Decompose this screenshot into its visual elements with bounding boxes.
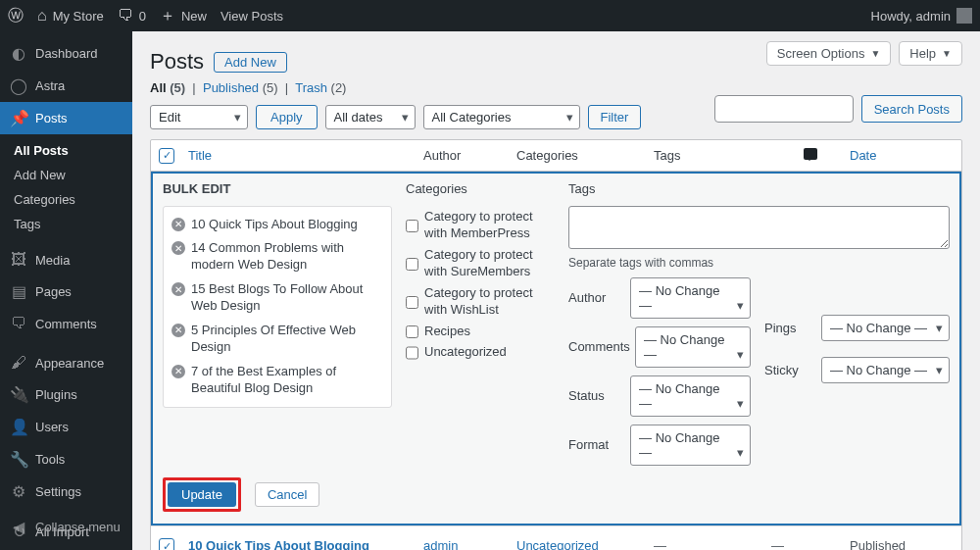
col-author: Author [423,148,516,163]
filter-trash[interactable]: Trash (2) [295,80,346,95]
comments-count: 0 [139,9,146,24]
menu-tools[interactable]: 🔧Tools [0,443,132,475]
bulk-edit-title: BULK EDIT [163,181,392,196]
update-highlight: Update [163,477,241,512]
bulk-post-item: ✕10 Quick Tips About Blogging [168,213,387,237]
menu-astra[interactable]: ◯Astra [0,70,132,102]
sticky-label: Sticky [764,363,813,377]
howdy[interactable]: Howdy, admin [871,8,972,24]
comments-label: Comments [568,339,627,354]
tags-cell: — [654,538,771,551]
author-label: Author [568,290,622,305]
sticky-select[interactable]: — No Change — [821,357,950,383]
bulk-action-select[interactable]: Edit [150,105,248,129]
page-title: Posts [150,49,204,75]
collapse-menu[interactable]: ◀Collapse menu [0,512,132,542]
category-checkbox[interactable] [406,248,418,280]
apply-button[interactable]: Apply [256,105,318,129]
date-filter-select[interactable]: All dates [325,105,416,129]
bulk-edit-panel: BULK EDIT Categories Tags ✕10 Quick Tips… [151,172,961,525]
tags-label: Tags [568,181,950,196]
format-label: Format [568,437,622,452]
menu-settings[interactable]: ⚙Settings [0,475,132,508]
col-title[interactable]: Title [188,148,212,163]
menu-media[interactable]: 🖾Media [0,244,132,275]
main-content: Screen Options▼ Help▼ Posts Add New All … [132,31,980,550]
category-checkbox[interactable] [406,286,418,319]
col-tags: Tags [654,148,771,163]
format-select[interactable]: — No Change — [630,425,751,466]
remove-icon[interactable]: ✕ [172,324,185,337]
wp-logo[interactable]: ⓦ [8,6,24,26]
comment-icon [804,148,817,160]
site-name: My Store [53,9,104,24]
author-link[interactable]: admin [423,538,458,551]
remove-icon[interactable]: ✕ [172,241,185,255]
category-filter-select[interactable]: All Categories [423,105,580,129]
pings-select[interactable]: — No Change — [821,315,950,341]
submenu-add-new[interactable]: Add New [0,163,132,187]
submenu-posts: All Posts Add New Categories Tags [0,134,132,244]
category-checkbox[interactable] [406,210,418,242]
date-cell: Published2023/03/27 at 9:06 am [850,538,954,551]
remove-icon[interactable]: ✕ [172,282,185,296]
bulk-post-item: ✕7 of the Best Examples of Beautiful Blo… [168,360,387,401]
menu-users[interactable]: 👤Users [0,411,132,443]
remove-icon[interactable]: ✕ [172,365,185,378]
menu-appearance[interactable]: 🖌Appearance [0,347,132,378]
filter-button[interactable]: Filter [588,105,642,129]
menu-posts[interactable]: 📌Posts [0,102,132,134]
tags-input[interactable] [568,206,950,249]
filter-all[interactable]: All (5) [150,80,185,95]
menu-plugins[interactable]: 🔌Plugins [0,378,132,411]
filter-published[interactable]: Published (5) [203,80,278,95]
remove-icon[interactable]: ✕ [172,218,185,231]
select-all-checkbox[interactable]: ✓ [159,148,174,164]
screen-options-button[interactable]: Screen Options▼ [766,41,892,66]
col-date[interactable]: Date [850,148,876,163]
comments-bubble[interactable]: 🗨0 [118,7,146,25]
cancel-button[interactable]: Cancel [255,482,319,507]
bulk-post-item: ✕14 Common Problems with modern Web Desi… [168,236,387,277]
row-checkbox[interactable]: ✓ [159,538,174,550]
chevron-down-icon: ▼ [942,48,952,59]
search-posts-button[interactable]: Search Posts [861,95,962,123]
category-checkbox[interactable] [406,325,418,340]
tags-helper: Separate tags with commas [568,256,950,270]
submenu-categories[interactable]: Categories [0,187,132,212]
bulk-post-item: ✕5 Principles Of Effective Web Design [168,319,387,360]
bulk-post-item: ✕15 Best Blogs To Follow About Web Desig… [168,277,387,319]
table-row: ✓ 10 Quick Tips About Blogging admin Unc… [151,525,961,551]
col-comments [771,148,850,163]
update-button[interactable]: Update [168,482,236,507]
menu-comments[interactable]: 🗨Comments [0,308,132,339]
help-button[interactable]: Help▼ [899,41,962,66]
admin-sidebar: ◐Dashboard ◯Astra 📌Posts All Posts Add N… [0,31,132,550]
category-link[interactable]: Uncategorized [516,538,599,551]
status-select[interactable]: — No Change — [630,375,751,417]
comments-select[interactable]: — No Change — [635,326,751,368]
status-label: Status [568,388,622,403]
table-header: ✓ Title Author Categories Tags Date [151,140,961,172]
search-input[interactable] [714,95,854,123]
col-categories: Categories [516,148,654,163]
menu-pages[interactable]: ▤Pages [0,275,132,308]
new-content[interactable]: ＋New [160,6,207,26]
categories-label: Categories [406,181,555,196]
category-checkbox[interactable] [406,345,418,361]
posts-table: ✓ Title Author Categories Tags Date BULK… [150,139,962,550]
new-label: New [181,9,207,24]
submenu-tags[interactable]: Tags [0,212,132,236]
comments-cell: — [771,538,850,551]
post-title-link[interactable]: 10 Quick Tips About Blogging [188,538,369,551]
bulk-post-list: ✕10 Quick Tips About Blogging ✕14 Common… [163,206,392,408]
chevron-down-icon: ▼ [870,48,880,59]
author-select[interactable]: — No Change — [630,277,751,319]
submenu-all-posts[interactable]: All Posts [0,138,132,163]
site-link[interactable]: ⌂My Store [37,7,104,25]
admin-bar: ⓦ ⌂My Store 🗨0 ＋New View Posts Howdy, ad… [0,0,980,31]
avatar [956,8,972,24]
add-new-button[interactable]: Add New [214,52,287,73]
menu-dashboard[interactable]: ◐Dashboard [0,37,132,70]
view-posts[interactable]: View Posts [220,9,283,24]
